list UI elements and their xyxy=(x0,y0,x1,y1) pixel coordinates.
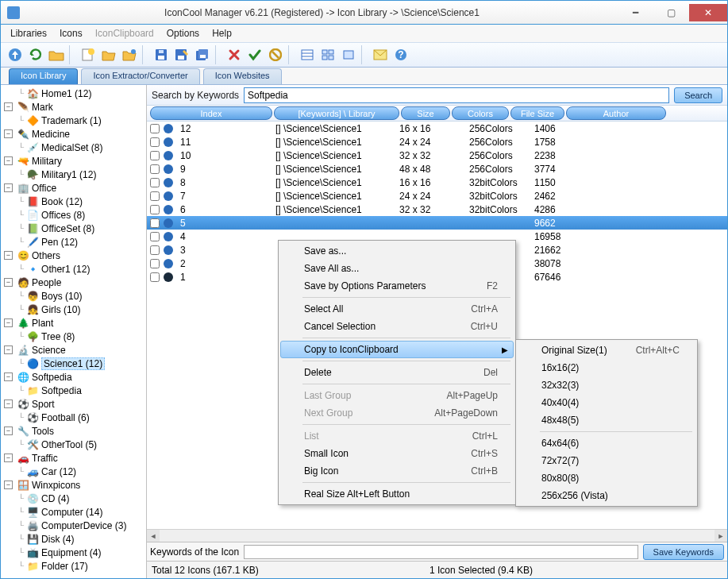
toolbar-save-sel-icon[interactable] xyxy=(193,45,212,64)
row-checkbox[interactable] xyxy=(147,151,163,160)
tree-twisty-icon[interactable]: − xyxy=(4,251,13,260)
table-row[interactable]: 12[] \Science\Science116 x 16256Colors14… xyxy=(147,122,727,135)
tree-node[interactable]: −🔧Tools xyxy=(2,424,146,438)
toolbar-view-large-icon[interactable] xyxy=(339,45,358,64)
tree-node[interactable]: └🌳Tree (8) xyxy=(2,330,146,343)
toolbar-refresh-icon[interactable] xyxy=(26,45,45,64)
tree-node[interactable]: −🪶Mark xyxy=(2,100,146,114)
menu-item[interactable]: Save by Options ParametersF2 xyxy=(280,277,514,295)
tree-node[interactable]: −😊Others xyxy=(2,249,146,262)
toolbar-help-icon[interactable]: ? xyxy=(391,45,410,64)
tree-node[interactable]: └🖥️Computer (14) xyxy=(2,505,146,519)
menu-item[interactable]: DeleteDel xyxy=(280,364,514,381)
menu-item[interactable]: 32x32(3) xyxy=(518,376,695,394)
tree-node[interactable]: └📄Offices (8) xyxy=(2,208,146,222)
tab-icon-library[interactable]: Icon Library xyxy=(9,68,78,84)
library-tree[interactable]: └🏠Home1 (12)−🪶Mark└🔶Trademark (1)−✒️Medi… xyxy=(1,85,147,578)
toolbar-view-small-icon[interactable] xyxy=(318,45,337,64)
toolbar-up-icon[interactable] xyxy=(6,45,25,64)
scroll-right-button[interactable]: ► xyxy=(715,530,727,542)
tree-node[interactable]: −⚽Sport xyxy=(2,397,146,411)
tree-node[interactable]: └🖨️ComputerDevice (3) xyxy=(2,519,146,532)
menu-item[interactable]: Big IconCtrl+B xyxy=(280,462,514,480)
column-header[interactable]: Size xyxy=(401,106,450,120)
tree-twisty-icon[interactable]: − xyxy=(4,156,13,165)
toolbar-open2-icon[interactable] xyxy=(120,45,139,64)
menu-item[interactable]: Select AllCtrl+A xyxy=(280,300,514,318)
tree-twisty-icon[interactable]: − xyxy=(4,454,13,462)
menu-item[interactable]: 48x48(5) xyxy=(518,411,695,429)
tree-node[interactable]: −🔬Science xyxy=(2,343,146,357)
tree-node[interactable]: −🌐Softpedia xyxy=(2,370,146,384)
tree-twisty-icon[interactable]: − xyxy=(4,102,13,111)
column-header[interactable]: File Size xyxy=(510,106,564,120)
tree-twisty-icon[interactable]: − xyxy=(4,481,13,489)
scroll-left-button[interactable]: ◄ xyxy=(147,530,160,542)
row-checkbox[interactable] xyxy=(147,259,163,268)
toolbar-check-icon[interactable] xyxy=(245,45,264,64)
tab-icon-extractor-converter[interactable]: Icon Extractor/Converter xyxy=(81,68,199,84)
menu-libraries[interactable]: Libraries xyxy=(4,26,53,41)
tree-node[interactable]: └🔶Trademark (1) xyxy=(2,114,146,127)
table-row[interactable]: 9[] \Science\Science148 x 48256Colors377… xyxy=(147,162,727,176)
close-button[interactable]: ✕ xyxy=(689,4,727,21)
tree-twisty-icon[interactable]: − xyxy=(4,372,13,381)
tree-node[interactable]: −🌲Plant xyxy=(2,316,146,330)
row-checkbox[interactable] xyxy=(147,164,163,174)
tree-node[interactable]: └💉MedicalSet (8) xyxy=(2,141,146,154)
menu-item[interactable]: Small IconCtrl+S xyxy=(280,445,514,462)
column-header[interactable]: [Keywords] \ Library xyxy=(274,106,399,120)
toolbar-save-icon[interactable] xyxy=(152,45,171,64)
tree-node[interactable]: −🏢Office xyxy=(2,181,146,195)
row-checkbox[interactable] xyxy=(147,191,163,201)
row-checkbox[interactable] xyxy=(147,137,163,147)
tree-twisty-icon[interactable]: − xyxy=(4,318,13,327)
row-checkbox[interactable] xyxy=(147,272,163,282)
tree-node[interactable]: └📁Softpedia xyxy=(2,384,146,397)
save-keywords-button[interactable]: Save Keywords xyxy=(643,544,724,560)
keywords-input[interactable] xyxy=(244,545,638,559)
tree-node[interactable]: └📁Folder (17) xyxy=(2,559,146,573)
toolbar-cancel-icon[interactable] xyxy=(266,45,285,64)
tree-node[interactable]: └🚙Car (12) xyxy=(2,465,146,478)
menu-item[interactable]: 16x16(2) xyxy=(518,359,695,376)
tree-node[interactable]: └🏠Home1 (12) xyxy=(2,87,146,100)
table-row[interactable]: 10[] \Science\Science132 x 32256Colors22… xyxy=(147,149,727,162)
search-button[interactable]: Search xyxy=(674,87,722,103)
h-scrollbar[interactable]: ◄ ► xyxy=(147,529,727,542)
menu-item[interactable]: 72x72(7) xyxy=(518,452,695,469)
row-checkbox[interactable] xyxy=(147,245,163,255)
table-row[interactable]: 8[] \Science\Science116 x 1632bitColors1… xyxy=(147,176,727,189)
tree-node[interactable]: −🔫Military xyxy=(2,154,146,168)
minimize-button[interactable]: ━ xyxy=(618,4,653,21)
tree-node[interactable]: └💾Disk (4) xyxy=(2,532,146,546)
menu-icons[interactable]: Icons xyxy=(53,26,89,41)
tree-node[interactable]: └🛠️OtherTool (5) xyxy=(2,438,146,451)
row-checkbox[interactable] xyxy=(147,124,163,133)
tree-twisty-icon[interactable]: − xyxy=(4,183,13,192)
search-input[interactable] xyxy=(244,87,669,103)
tree-node[interactable]: −✒️Medicine xyxy=(2,127,146,141)
menu-item[interactable]: Copy to IconClipboard▶ xyxy=(280,341,514,358)
tree-node[interactable]: └👦Boys (10) xyxy=(2,289,146,303)
context-menu[interactable]: Save as...Save All as...Save by Options … xyxy=(278,240,516,505)
tree-node[interactable]: └📗OfficeSet (8) xyxy=(2,222,146,235)
row-checkbox[interactable] xyxy=(147,178,163,187)
tree-node[interactable]: └🪖Military1 (12) xyxy=(2,168,146,181)
tree-node[interactable]: └🔵Science1 (12) xyxy=(2,357,146,370)
menu-item[interactable]: Cancel SelectionCtrl+U xyxy=(280,318,514,335)
menu-item[interactable]: Save All as... xyxy=(280,260,514,277)
tab-icon-websites[interactable]: Icon Websites xyxy=(203,68,282,84)
toolbar-save-as-icon[interactable] xyxy=(172,45,191,64)
menu-item[interactable]: Save as... xyxy=(280,242,514,260)
row-checkbox[interactable] xyxy=(147,205,163,214)
column-header[interactable]: Index xyxy=(150,106,272,120)
context-submenu[interactable]: Original Size(1)Ctrl+Alt+C16x16(2)32x32(… xyxy=(515,339,698,507)
tree-twisty-icon[interactable]: − xyxy=(4,427,13,435)
tree-node[interactable]: └⚽Football (6) xyxy=(2,411,146,424)
table-row[interactable]: 11[] \Science\Science124 x 24256Colors17… xyxy=(147,135,727,149)
tree-node[interactable]: −🪟Winxpicons xyxy=(2,478,146,492)
toolbar-folder-open-icon[interactable] xyxy=(47,45,66,64)
toolbar-mail-icon[interactable] xyxy=(371,45,390,64)
table-row[interactable]: 6[] \Science\Science132 x 3232bitColors4… xyxy=(147,203,727,216)
